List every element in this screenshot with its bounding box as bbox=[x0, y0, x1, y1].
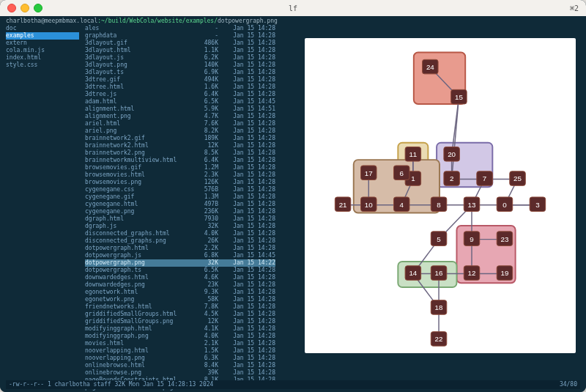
file-row[interactable]: 3dtree.html1.6KJan 15 14:28 bbox=[85, 84, 275, 91]
status-right: 34/80 bbox=[560, 381, 577, 388]
file-row[interactable]: modifyinggraph.html4.1KJan 15 14:28 bbox=[85, 325, 275, 333]
svg-text:18: 18 bbox=[435, 303, 443, 311]
file-row[interactable]: 3dlayout.gif486KJan 15 14:28 bbox=[85, 40, 275, 47]
file-row[interactable]: disconnected_graphs.html4.0KJan 15 14:28 bbox=[85, 230, 275, 237]
file-row[interactable]: ariel.png8.2KJan 15 14:28 bbox=[85, 127, 275, 135]
file-row[interactable]: disconnected_graphs.png26KJan 15 14:28 bbox=[85, 237, 275, 245]
file-row[interactable]: brainnetworkmultiview.html6.4KJan 15 14:… bbox=[85, 157, 275, 164]
svg-text:5: 5 bbox=[437, 235, 441, 243]
status-left: -rw-r--r-- 1 charlbotha staff 32K Mon Ja… bbox=[9, 381, 213, 388]
file-row[interactable]: graphdata-Jan 15 14:28 bbox=[85, 32, 275, 40]
file-row[interactable]: ales-Jan 15 14:28 bbox=[85, 25, 275, 32]
svg-text:4: 4 bbox=[400, 201, 404, 209]
preview-pane: 2415112012725176211048130359231416121918… bbox=[305, 38, 576, 353]
svg-text:12: 12 bbox=[468, 269, 476, 277]
status-bar: -rw-r--r-- 1 charlbotha staff 32K Mon Ja… bbox=[6, 380, 580, 389]
svg-text:24: 24 bbox=[426, 63, 434, 71]
svg-text:23: 23 bbox=[501, 235, 509, 243]
file-row[interactable]: cygenegane.html497BJan 15 14:28 bbox=[85, 201, 275, 208]
parent-item[interactable]: index.html bbox=[6, 54, 79, 62]
graph-preview: 2415112012725176211048130359231416121918… bbox=[305, 38, 576, 353]
parent-item[interactable]: extern bbox=[6, 40, 79, 47]
svg-text:6: 6 bbox=[400, 169, 404, 177]
file-row[interactable]: nooverlapping.html1.5KJan 15 14:28 bbox=[85, 347, 275, 355]
file-row[interactable]: egonetwork.png58KJan 15 14:28 bbox=[85, 296, 275, 303]
file-row[interactable]: dotpowergraph.ts6.5KJan 15 14:28 bbox=[85, 267, 275, 274]
file-row[interactable]: onlinebrowse.png39KJan 15 14:28 bbox=[85, 369, 275, 377]
host: charlbotha@meepmbmax.local bbox=[6, 18, 97, 24]
svg-text:14: 14 bbox=[409, 269, 417, 277]
file-row[interactable]: modifyinggraph.png4.0KJan 15 14:28 bbox=[85, 333, 275, 340]
file-row[interactable]: brainnetwork2.gif189KJan 15 14:28 bbox=[85, 135, 275, 142]
svg-text:20: 20 bbox=[448, 150, 456, 158]
file-row[interactable]: alignment.html5.9KJan 15 14:51 bbox=[85, 106, 275, 113]
svg-text:17: 17 bbox=[365, 169, 373, 177]
file-row[interactable]: brainnetwork2.html12KJan 15 14:28 bbox=[85, 142, 275, 149]
svg-text:7: 7 bbox=[483, 174, 486, 182]
file-row[interactable]: cygenegane.css576BJan 15 14:28 bbox=[85, 186, 275, 193]
file-row[interactable]: adam.html6.5KJan 15 14:45 bbox=[85, 98, 275, 106]
svg-text:8: 8 bbox=[437, 201, 440, 209]
file-row[interactable]: 3dlayout.png140KJan 15 14:28 bbox=[85, 62, 275, 69]
file-row[interactable]: brainnetwork2.png8.5KJan 15 14:28 bbox=[85, 149, 275, 157]
parent-item[interactable]: doc bbox=[6, 25, 79, 32]
file-row[interactable]: egonetwork.html9.3KJan 15 14:28 bbox=[85, 289, 275, 296]
file-row[interactable]: griddifiedSmallGroups.html4.5KJan 15 14:… bbox=[85, 311, 275, 318]
svg-text:2: 2 bbox=[450, 174, 453, 182]
path-line: charlbotha@meepmbmax.local:~/build/WebCo… bbox=[0, 16, 586, 25]
file-row[interactable]: 3dlayout.js6.2KJan 15 14:28 bbox=[85, 54, 275, 62]
file-row[interactable]: onlinebrowse.html8.4KJan 15 14:28 bbox=[85, 362, 275, 369]
file-row[interactable]: downwardedges.png23KJan 15 14:28 bbox=[85, 281, 275, 289]
file-row[interactable]: 3dtree.gif494KJan 15 14:28 bbox=[85, 76, 275, 84]
svg-text:0: 0 bbox=[502, 201, 507, 209]
file-row[interactable]: 3dlayout.ts6.9KJan 15 14:28 bbox=[85, 69, 275, 76]
file-row[interactable]: browsemovies.gif1.2MJan 15 14:28 bbox=[85, 164, 275, 171]
svg-text:19: 19 bbox=[501, 269, 509, 277]
svg-text:1: 1 bbox=[411, 174, 415, 182]
svg-text:11: 11 bbox=[409, 150, 417, 158]
svg-text:15: 15 bbox=[455, 93, 463, 101]
window-title: lf bbox=[0, 4, 586, 12]
file-row[interactable]: downwardedges.html4.6KJan 15 14:28 bbox=[85, 274, 275, 281]
file-row[interactable]: browsemovies.html2.3KJan 15 14:28 bbox=[85, 171, 275, 179]
titlebar: lf ⌘2 bbox=[0, 0, 586, 16]
parent-item[interactable]: examples bbox=[6, 32, 79, 40]
terminal-window: lf ⌘2 charlbotha@meepmbmax.local:~/build… bbox=[0, 0, 586, 392]
file-row[interactable]: movies.html2.1KJan 15 14:28 bbox=[85, 340, 275, 347]
file-row[interactable]: alignment.png4.7KJan 15 14:28 bbox=[85, 113, 275, 120]
file-row[interactable]: dotpowergraph.html2.2KJan 15 14:28 bbox=[85, 245, 275, 252]
svg-text:9: 9 bbox=[470, 235, 473, 243]
svg-text:3: 3 bbox=[535, 201, 539, 209]
file-row[interactable]: browsemovies.png126KJan 15 14:28 bbox=[85, 179, 275, 186]
file-row[interactable]: cygenegane.png236KJan 15 14:28 bbox=[85, 208, 275, 215]
parent-dir-column[interactable]: docexamplesexterncola.min.jsindex.htmlst… bbox=[6, 25, 79, 391]
current-file: dotpowergraph.png bbox=[218, 18, 278, 24]
svg-text:10: 10 bbox=[365, 201, 373, 209]
file-row[interactable]: cygenegane.gif1.3MJan 15 14:28 bbox=[85, 193, 275, 201]
terminal-body: charlbotha@meepmbmax.local:~/build/WebCo… bbox=[0, 16, 586, 392]
file-row[interactable]: griddifiedSmallGroups.png12KJan 15 14:28 bbox=[85, 318, 275, 325]
file-row[interactable]: ariel.html7.6KJan 15 14:28 bbox=[85, 120, 275, 127]
file-row[interactable]: friendnetworks.html7.8KJan 15 14:28 bbox=[85, 303, 275, 311]
parent-item[interactable]: style.css bbox=[6, 62, 79, 69]
file-list-column[interactable]: ales-Jan 15 14:28graphdata-Jan 15 14:283… bbox=[85, 25, 275, 391]
shortcut-label: ⌘2 bbox=[570, 4, 579, 12]
cwd: :~/build/WebCola/website/examples/ bbox=[97, 18, 218, 24]
file-row[interactable]: nooverlapping.png6.3KJan 15 14:28 bbox=[85, 355, 275, 362]
file-row[interactable]: 3dtree.js6.4KJan 15 14:28 bbox=[85, 91, 275, 98]
parent-item[interactable]: cola.min.js bbox=[6, 47, 79, 54]
file-row[interactable]: dotpowergraph.png32KJan 15 14:22 bbox=[85, 259, 275, 267]
svg-text:21: 21 bbox=[339, 201, 347, 209]
file-row[interactable]: dotpowergraph.js6.8KJan 15 14:45 bbox=[85, 252, 275, 259]
svg-text:25: 25 bbox=[513, 174, 522, 182]
file-row[interactable]: dgraph.js32KJan 15 14:28 bbox=[85, 223, 275, 230]
svg-text:13: 13 bbox=[468, 201, 476, 209]
file-row[interactable]: dgraph.html7930Jan 15 14:28 bbox=[85, 215, 275, 223]
file-row[interactable]: 3dlayout.html1.1KJan 15 14:28 bbox=[85, 47, 275, 54]
svg-text:22: 22 bbox=[435, 335, 443, 343]
svg-text:16: 16 bbox=[435, 269, 443, 277]
